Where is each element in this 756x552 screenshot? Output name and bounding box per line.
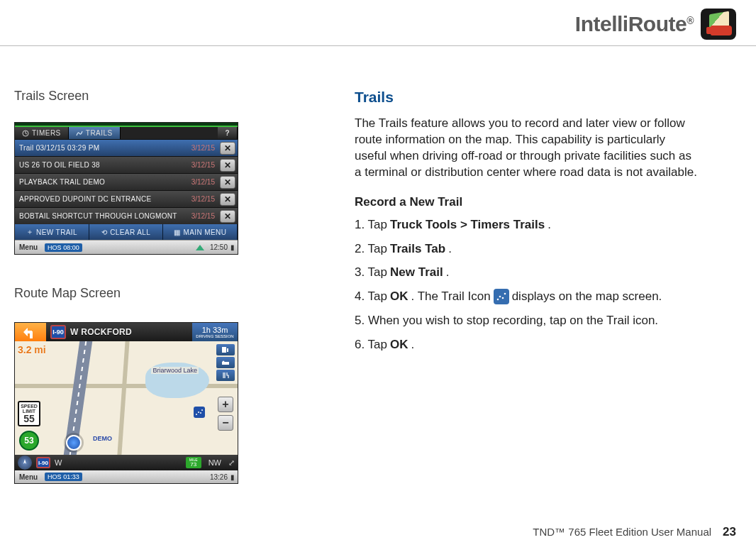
subheading: Record a New Trail: [355, 195, 699, 209]
step-2: 2. Tap Trails Tab.: [355, 241, 699, 258]
menu-button[interactable]: Menu: [15, 473, 42, 481]
trail-row[interactable]: BOBTAIL SHORTCUT THROUGH LONGMONT 3/12/1…: [15, 207, 238, 224]
step-4: 4. Tap OK. The Trail Icon displays on th…: [355, 288, 699, 305]
eta-value: 1h 33m: [202, 326, 228, 334]
logo-truck-icon: [711, 26, 732, 35]
svg-point-12: [501, 297, 504, 299]
clear-all-button[interactable]: ⟲ CLEAR ALL: [89, 224, 164, 240]
step-6: 6. Tap OK.: [355, 336, 699, 353]
speed-limit-caption: SPEED LIMIT: [19, 404, 39, 414]
poi-lodging-icon[interactable]: [216, 357, 235, 368]
map-status-bar: Menu HOS 01:33 13:26 ▮: [15, 470, 238, 483]
left-column: Trails Screen TIMERS TRAILS ? Trail 03/1…: [14, 89, 269, 484]
trails-tabbar: TIMERS TRAILS ?: [15, 127, 238, 139]
tab-trails-label: TRAILS: [86, 129, 113, 137]
map-canvas[interactable]: 3.2 mi Briarwood Lake SPEED LIMIT 55 53 …: [15, 341, 238, 455]
distance-to-turn: 3.2 mi: [18, 344, 46, 355]
lake-label: Briarwood Lake: [151, 367, 199, 374]
tab-timers-label: TIMERS: [32, 129, 61, 137]
zoom-in-button[interactable]: +: [218, 397, 233, 412]
tab-timers[interactable]: TIMERS: [15, 127, 69, 139]
page-header: IntelliRoute®: [0, 0, 756, 45]
svg-point-7: [200, 412, 201, 414]
step-5: 5. When you wish to stop recording, tap …: [355, 312, 699, 329]
tab-trails[interactable]: TRAILS: [69, 127, 121, 139]
brand-name: IntelliRoute: [575, 12, 686, 35]
current-speed: 53: [19, 431, 39, 451]
battery-icon: ▮: [230, 473, 238, 481]
new-trail-button[interactable]: ＋ NEW TRAIL: [15, 224, 89, 240]
trail-row[interactable]: PLAYBACK TRAIL DEMO 3/12/15 ✕: [15, 173, 238, 190]
brand-logo: [701, 9, 736, 40]
main-menu-button[interactable]: ▦ MAIN MENU: [163, 224, 238, 240]
battery-icon: ▮: [230, 243, 238, 251]
map-footer: I-90 W MILE 73 NW ⤢: [15, 455, 238, 470]
trail-icon: [76, 130, 83, 137]
page-content: Trails Screen TIMERS TRAILS ? Trail 03/1…: [0, 46, 756, 484]
svg-point-4: [223, 361, 225, 363]
trails-actions: ＋ NEW TRAIL ⟲ CLEAR ALL ▦ MAIN MENU: [15, 224, 238, 240]
clock-icon: [22, 130, 29, 137]
help-label: ?: [225, 129, 230, 137]
map-screenshot: I-90 W ROCKFORD 1h 33m DRIVING SESSION 3…: [14, 322, 238, 484]
trail-row[interactable]: US 26 TO OIL FIELD 38 3/12/15 ✕: [15, 156, 238, 173]
compass-icon[interactable]: [18, 456, 32, 470]
registered-mark: ®: [686, 15, 694, 26]
step-1: 1. Tap Truck Tools > Timers Trails.: [355, 216, 699, 233]
delete-trail-button[interactable]: ✕: [220, 193, 235, 206]
trail-row-label: US 26 TO OIL FIELD 38: [15, 161, 191, 169]
help-button[interactable]: ?: [218, 127, 238, 139]
intro-paragraph: The Trails feature allows you to record …: [355, 116, 699, 181]
grid-icon: ▦: [174, 228, 180, 236]
delete-trail-button[interactable]: ✕: [220, 176, 235, 189]
svg-point-13: [504, 293, 506, 295]
minus-icon: −: [222, 416, 228, 429]
svg-marker-9: [23, 459, 26, 464]
trail-marker-icon[interactable]: [194, 407, 205, 418]
trail-row-date: 3/12/15: [191, 195, 218, 203]
wifi-icon: [196, 245, 204, 250]
turn-arrow[interactable]: [15, 323, 46, 341]
delete-trail-button[interactable]: ✕: [220, 210, 235, 223]
trail-icon: [494, 289, 509, 304]
clock: 13:26: [207, 473, 230, 481]
trail-row[interactable]: APPROVED DUPOINT DC ENTRANCE 3/12/15 ✕: [15, 190, 238, 207]
footer-shield: I-90: [36, 457, 50, 468]
plus-icon: +: [222, 398, 228, 411]
expand-icon[interactable]: ⤢: [228, 458, 235, 468]
hos-badge: HOS 08:00: [45, 243, 82, 252]
plus-icon: ＋: [26, 227, 33, 237]
right-column: Trails The Trails feature allows you to …: [355, 89, 699, 484]
eta-panel[interactable]: 1h 33m DRIVING SESSION: [192, 323, 238, 341]
poi-fuel-icon[interactable]: [216, 344, 235, 355]
route-shield: I-90: [50, 325, 66, 339]
delete-trail-button[interactable]: ✕: [220, 142, 235, 155]
status-bar: Menu HOS 08:00 12:50 ▮: [15, 240, 238, 254]
trail-row[interactable]: Trail 03/12/15 03:29 PM 3/12/15 ✕: [15, 139, 238, 156]
trail-row-date: 3/12/15: [191, 212, 218, 220]
hos-badge: HOS 01:33: [45, 473, 82, 481]
menu-button[interactable]: Menu: [15, 243, 42, 251]
poi-food-icon[interactable]: [216, 370, 235, 381]
delete-trail-button[interactable]: ✕: [220, 159, 235, 172]
trail-row-date: 3/12/15: [191, 178, 218, 186]
trail-row-label: PLAYBACK TRAIL DEMO: [15, 178, 191, 186]
svg-point-8: [201, 409, 203, 411]
caption-map-screen: Route Map Screen: [14, 286, 269, 301]
poi-column: [216, 344, 235, 381]
page-footer: TND™ 765 Fleet Edition User Manual 23: [533, 525, 736, 539]
heading: NW: [206, 458, 224, 467]
section-title: Trails: [355, 89, 699, 106]
step-3: 3. Tap New Trail.: [355, 264, 699, 281]
map-header: I-90 W ROCKFORD 1h 33m DRIVING SESSION: [15, 323, 238, 341]
trail-row-label: APPROVED DUPOINT DC ENTRANCE: [15, 195, 191, 203]
svg-point-10: [496, 299, 499, 301]
trail-row-date: 3/12/15: [191, 161, 218, 169]
svg-point-6: [198, 412, 199, 413]
route-banner[interactable]: I-90 W ROCKFORD: [46, 323, 192, 341]
demo-label: DEMO: [93, 435, 112, 442]
zoom-out-button[interactable]: −: [218, 415, 233, 431]
mile-marker: MILE 73: [186, 457, 201, 468]
turn-left-icon: [23, 324, 38, 340]
brand-title: IntelliRoute®: [575, 12, 694, 36]
